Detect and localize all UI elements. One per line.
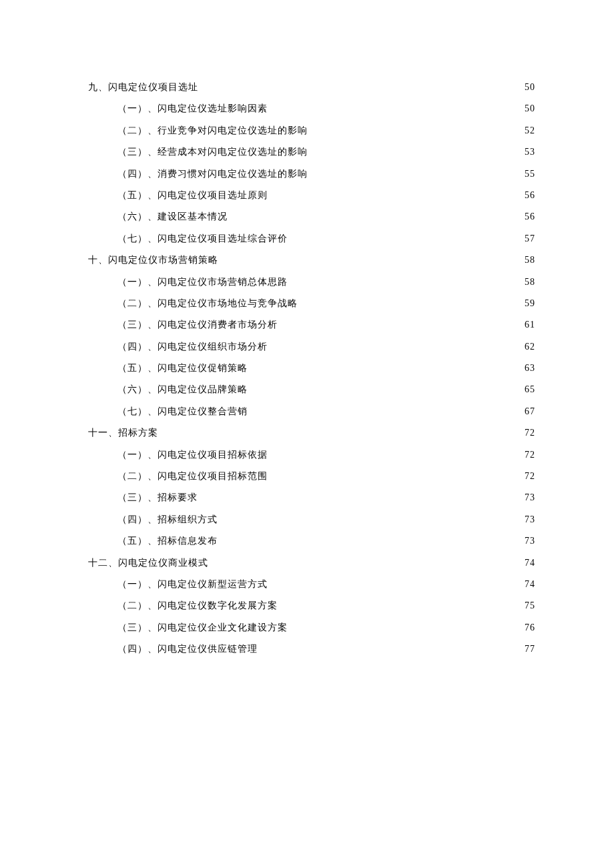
- toc-entry-page: 53: [525, 145, 535, 159]
- toc-entry-label: 十一、招标方案: [88, 426, 158, 440]
- toc-entry: （四）、闪电定位仪组织市场分析62: [88, 340, 535, 354]
- toc-entry-page: 72: [525, 469, 535, 484]
- toc-entry-page: 50: [525, 80, 535, 95]
- toc-entry-page: 61: [525, 318, 535, 332]
- toc-entry-label: （三）、招标要求: [117, 490, 198, 505]
- toc-entry: （二）、闪电定位仪数字化发展方案75: [88, 598, 535, 613]
- toc-entry: （五）、闪电定位仪促销策略63: [88, 361, 535, 376]
- toc-entry-page: 50: [525, 101, 535, 116]
- toc-entry-page: 74: [525, 577, 535, 592]
- toc-entry-page: 58: [525, 253, 535, 268]
- toc-entry-page: 72: [525, 448, 535, 462]
- toc-entry: （一）、闪电定位仪新型运营方式74: [88, 577, 535, 592]
- toc-entry-page: 65: [525, 382, 535, 397]
- toc-entry: 十、闪电定位仪市场营销策略58: [88, 253, 535, 268]
- toc-entry: （一）、闪电定位仪项目招标依据72: [88, 448, 535, 462]
- toc-entry-page: 56: [525, 209, 535, 224]
- toc-entry: （二）、闪电定位仪项目招标范围72: [88, 469, 535, 484]
- toc-entry-label: （四）、消费习惯对闪电定位仪选址的影响: [117, 167, 308, 181]
- toc-entry-label: （四）、闪电定位仪供应链管理: [117, 642, 258, 657]
- toc-entry-label: （四）、闪电定位仪组织市场分析: [117, 340, 268, 354]
- toc-entry: （二）、闪电定位仪市场地位与竞争战略59: [88, 296, 535, 311]
- toc-entry: （一）、闪电定位仪市场营销总体思路58: [88, 275, 535, 290]
- toc-entry-page: 59: [525, 296, 535, 311]
- toc-entry-page: 77: [525, 642, 535, 657]
- toc-entry-label: （五）、招标信息发布: [117, 534, 218, 548]
- toc-entry-page: 57: [525, 232, 535, 246]
- toc-entry-label: （一）、闪电定位仪市场营销总体思路: [117, 275, 288, 290]
- toc-entry: （七）、闪电定位仪项目选址综合评价57: [88, 232, 535, 246]
- toc-entry-label: （六）、闪电定位仪品牌策略: [117, 382, 248, 397]
- toc-entry: （五）、招标信息发布73: [88, 534, 535, 548]
- toc-entry-page: 73: [525, 512, 535, 527]
- toc-entry-page: 74: [525, 556, 535, 570]
- toc-entry-page: 76: [525, 620, 535, 635]
- toc-entry-label: （一）、闪电定位仪新型运营方式: [117, 577, 268, 592]
- toc-entry-page: 55: [525, 167, 535, 181]
- toc-entry-label: （四）、招标组织方式: [117, 512, 218, 527]
- toc-entry-page: 63: [525, 361, 535, 376]
- table-of-contents: 九、闪电定位仪项目选址50（一）、闪电定位仪选址影响因素50（二）、行业竞争对闪…: [88, 80, 535, 657]
- toc-entry: （二）、行业竞争对闪电定位仪选址的影响52: [88, 123, 535, 138]
- toc-entry: （四）、消费习惯对闪电定位仪选址的影响55: [88, 167, 535, 181]
- toc-entry: （三）、招标要求73: [88, 490, 535, 505]
- toc-entry-page: 62: [525, 340, 535, 354]
- toc-entry-label: 九、闪电定位仪项目选址: [88, 80, 198, 95]
- toc-entry-label: （七）、闪电定位仪整合营销: [117, 404, 248, 419]
- toc-entry-label: （三）、闪电定位仪消费者市场分析: [117, 318, 278, 332]
- toc-entry-label: （二）、闪电定位仪数字化发展方案: [117, 598, 278, 613]
- toc-entry-label: 十、闪电定位仪市场营销策略: [88, 253, 218, 268]
- toc-entry: （三）、闪电定位仪企业文化建设方案76: [88, 620, 535, 635]
- toc-entry-page: 67: [525, 404, 535, 419]
- toc-entry-label: （三）、经营成本对闪电定位仪选址的影响: [117, 145, 308, 159]
- toc-entry: （四）、招标组织方式73: [88, 512, 535, 527]
- toc-entry: （五）、闪电定位仪项目选址原则56: [88, 188, 535, 203]
- toc-entry-label: （五）、闪电定位仪促销策略: [117, 361, 248, 376]
- toc-entry: （六）、建设区基本情况56: [88, 209, 535, 224]
- toc-entry-label: 十二、闪电定位仪商业模式: [88, 556, 208, 570]
- toc-entry: 十二、闪电定位仪商业模式74: [88, 556, 535, 570]
- toc-entry: 十一、招标方案72: [88, 426, 535, 440]
- toc-entry-label: （二）、行业竞争对闪电定位仪选址的影响: [117, 123, 308, 138]
- toc-entry-label: （七）、闪电定位仪项目选址综合评价: [117, 232, 288, 246]
- toc-entry-label: （二）、闪电定位仪项目招标范围: [117, 469, 268, 484]
- toc-entry-page: 72: [525, 426, 535, 440]
- toc-entry: （七）、闪电定位仪整合营销67: [88, 404, 535, 419]
- toc-entry-label: （五）、闪电定位仪项目选址原则: [117, 188, 268, 203]
- toc-entry-label: （二）、闪电定位仪市场地位与竞争战略: [117, 296, 298, 311]
- toc-entry-label: （一）、闪电定位仪项目招标依据: [117, 448, 268, 462]
- toc-entry-label: （六）、建设区基本情况: [117, 209, 228, 224]
- toc-entry-page: 58: [525, 275, 535, 290]
- toc-entry-page: 56: [525, 188, 535, 203]
- toc-entry: （四）、闪电定位仪供应链管理77: [88, 642, 535, 657]
- toc-entry: 九、闪电定位仪项目选址50: [88, 80, 535, 95]
- toc-entry: （三）、经营成本对闪电定位仪选址的影响53: [88, 145, 535, 159]
- toc-entry: （一）、闪电定位仪选址影响因素50: [88, 101, 535, 116]
- toc-entry-page: 73: [525, 534, 535, 548]
- toc-entry: （六）、闪电定位仪品牌策略65: [88, 382, 535, 397]
- toc-entry-page: 75: [525, 598, 535, 613]
- toc-entry-label: （一）、闪电定位仪选址影响因素: [117, 101, 268, 116]
- toc-entry-label: （三）、闪电定位仪企业文化建设方案: [117, 620, 288, 635]
- toc-entry-page: 73: [525, 490, 535, 505]
- toc-entry: （三）、闪电定位仪消费者市场分析61: [88, 318, 535, 332]
- toc-entry-page: 52: [525, 123, 535, 138]
